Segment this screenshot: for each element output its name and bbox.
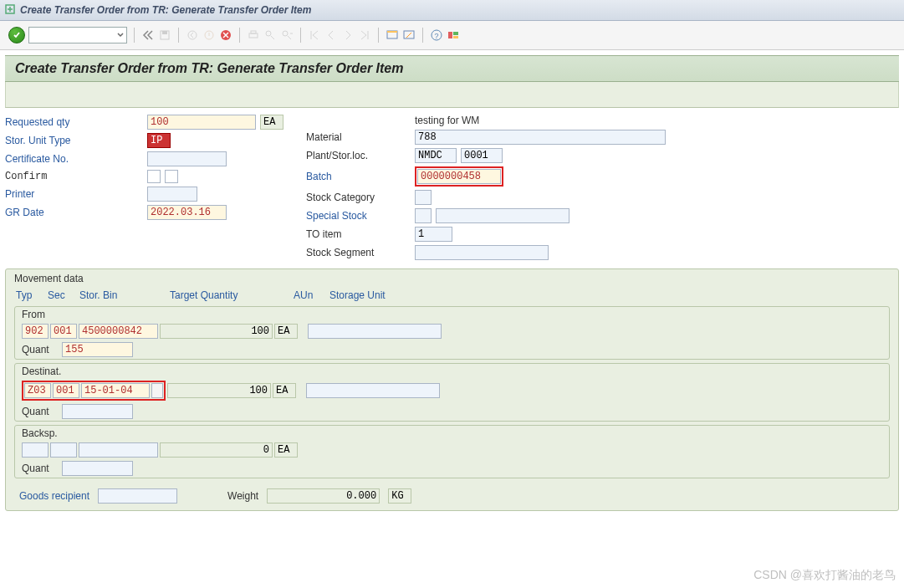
svg-rect-17 xyxy=(453,36,458,38)
movement-column-headers: Typ Sec Stor. Bin Target Quantity AUn St… xyxy=(6,288,898,303)
requested-qty-uom xyxy=(260,115,283,130)
shortcut-icon[interactable] xyxy=(402,28,416,42)
print-icon[interactable] xyxy=(247,28,260,42)
dest-su-input[interactable] xyxy=(306,383,440,398)
from-quant-input[interactable] xyxy=(62,342,133,357)
back-quant-input[interactable] xyxy=(62,461,133,476)
to-item-input[interactable] xyxy=(415,227,452,242)
dest-bin-input[interactable] xyxy=(81,383,150,398)
from-sec-input[interactable] xyxy=(50,324,77,339)
menu-icon[interactable] xyxy=(5,4,15,17)
window-titlebar: Create Transfer Order from TR: Generate … xyxy=(0,0,904,21)
stock-category-label: Stock Category xyxy=(306,192,406,203)
gr-date-label: GR Date xyxy=(5,207,139,218)
batch-input[interactable] xyxy=(417,169,501,184)
first-page-icon[interactable] xyxy=(308,28,321,42)
find-icon[interactable] xyxy=(263,28,277,42)
screen-title: Create Transfer Order from TR: Generate … xyxy=(15,61,403,75)
from-bin-input[interactable] xyxy=(79,324,158,339)
svg-point-9 xyxy=(283,31,288,36)
back-typ-input[interactable] xyxy=(22,442,49,458)
separator xyxy=(300,28,301,43)
confirm-label: Confirm xyxy=(5,171,139,182)
weight-value xyxy=(267,488,380,504)
col-bin: Stor. Bin xyxy=(79,289,163,301)
from-group: From Quant xyxy=(14,306,890,360)
from-typ-input[interactable] xyxy=(22,324,49,339)
find-next-icon[interactable] xyxy=(280,28,294,42)
save-icon[interactable] xyxy=(158,28,171,42)
svg-rect-11 xyxy=(387,31,397,33)
main-toolbar: ? xyxy=(0,21,904,50)
stock-segment-input[interactable] xyxy=(415,245,549,260)
from-aun-input xyxy=(274,324,298,339)
new-session-icon[interactable] xyxy=(386,28,399,42)
special-stock-ind-input[interactable] xyxy=(415,208,432,223)
last-page-icon[interactable] xyxy=(358,28,371,42)
printer-input[interactable] xyxy=(147,187,197,202)
dest-quant-label: Quant xyxy=(22,406,60,417)
dest-title: Destinat. xyxy=(15,364,889,379)
back-group: Backsp. Quant xyxy=(14,425,890,478)
svg-rect-2 xyxy=(162,31,167,34)
svg-rect-16 xyxy=(453,32,458,35)
stor-unit-type-label: Stor. Unit Type xyxy=(5,135,139,146)
movement-data-panel: Movement data Typ Sec Stor. Bin Target Q… xyxy=(5,268,899,511)
enter-button[interactable] xyxy=(8,27,25,43)
dest-quant-input[interactable] xyxy=(62,404,133,419)
left-form: Requested qty Stor. Unit Type Certificat… xyxy=(5,115,281,220)
prev-page-icon[interactable] xyxy=(324,28,338,42)
certificate-no-input[interactable] xyxy=(147,151,227,166)
dest-aun-input xyxy=(273,383,296,398)
next-page-icon[interactable] xyxy=(341,28,355,42)
from-title: From xyxy=(15,307,889,322)
stock-segment-label: Stock Segment xyxy=(306,247,406,258)
goods-recipient-label: Goods recipient xyxy=(19,490,89,502)
material-description: testing for WM xyxy=(415,115,899,126)
plant-input[interactable] xyxy=(415,148,457,163)
separator xyxy=(178,28,179,43)
col-qty: Target Quantity xyxy=(170,289,287,301)
bottom-row: Goods recipient Weight xyxy=(6,482,898,510)
command-field[interactable] xyxy=(28,27,127,43)
separator xyxy=(134,28,135,43)
back-title: Backsp. xyxy=(15,426,889,441)
weight-uom xyxy=(388,488,411,504)
gr-date-input[interactable] xyxy=(147,205,227,220)
back-icon[interactable] xyxy=(186,28,199,42)
from-su-input[interactable] xyxy=(308,324,442,339)
weight-label: Weight xyxy=(227,490,258,502)
confirm-checkbox-2[interactable] xyxy=(165,170,178,183)
exit-icon[interactable] xyxy=(202,28,216,42)
svg-rect-15 xyxy=(448,32,452,38)
dest-bin-search-icon[interactable] xyxy=(151,383,163,398)
dest-qty-input xyxy=(167,383,271,398)
special-stock-input[interactable] xyxy=(436,208,569,223)
to-item-label: TO item xyxy=(306,228,406,240)
requested-qty-label: Requested qty xyxy=(5,116,139,128)
help-icon[interactable]: ? xyxy=(430,28,443,42)
cancel-icon[interactable] xyxy=(219,28,232,42)
material-input[interactable] xyxy=(415,130,666,145)
stor-unit-type-input[interactable] xyxy=(147,133,171,148)
dest-sec-input[interactable] xyxy=(53,383,79,398)
goods-recipient-input[interactable] xyxy=(98,488,177,504)
storloc-input[interactable] xyxy=(461,148,503,163)
separator xyxy=(239,28,240,43)
separator xyxy=(378,28,379,43)
certificate-no-label: Certificate No. xyxy=(5,153,139,165)
dest-group: Destinat. Quant xyxy=(14,363,890,422)
back-aun-input xyxy=(274,442,298,458)
layout-icon[interactable] xyxy=(447,28,460,42)
dest-typ-input[interactable] xyxy=(24,383,51,398)
svg-point-3 xyxy=(188,31,197,39)
back-bin-input[interactable] xyxy=(79,442,158,458)
back-sec-input[interactable] xyxy=(50,442,77,458)
back-double-icon[interactable] xyxy=(141,28,155,42)
right-form: testing for WM Material Plant/Stor.loc. … xyxy=(306,115,899,260)
stock-category-input[interactable] xyxy=(415,190,432,205)
requested-qty-input[interactable] xyxy=(147,115,256,130)
window-title: Create Transfer Order from TR: Generate … xyxy=(20,4,311,16)
confirm-checkbox-1[interactable] xyxy=(147,170,161,183)
screen-header: Create Transfer Order from TR: Generate … xyxy=(5,55,899,82)
